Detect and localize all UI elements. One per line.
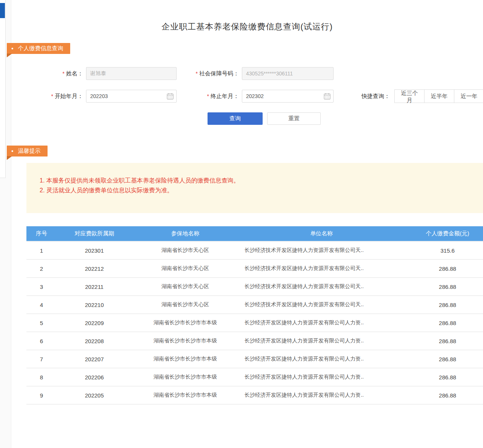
bullet-icon: • <box>11 46 14 52</box>
table-cell: 286.88 <box>405 296 483 314</box>
table-cell: 7 <box>26 350 57 368</box>
table-cell: 9 <box>26 386 57 404</box>
table-cell: 长沙经济开发区捷特人力资源开发有限公司人力资.. <box>238 368 405 386</box>
table-cell: 202206 <box>57 368 132 386</box>
table-cell: 286.88 <box>405 332 483 350</box>
table-cell: 315.6 <box>405 241 483 259</box>
required-marker: * <box>196 71 198 77</box>
notice-line: 1. 本服务仅提供尚未领取企业职工基本养老保险待遇人员的缴费信息查询。 <box>40 176 483 186</box>
table-cell: 1 <box>26 241 57 259</box>
table-row: 9202205湖南省长沙市长沙市市本级长沙经济开发区捷特人力资源开发有限公司人力… <box>26 386 483 404</box>
table-row: 3202211湖南省长沙市天心区长沙经济技术开发区捷特人力资源开发有限公司天..… <box>26 278 483 296</box>
column-header: 参保地名称 <box>132 226 238 241</box>
table-cell: 202211 <box>57 278 132 296</box>
ssn-field-group: *社会保障号码： <box>180 67 334 80</box>
table-cell: 5 <box>26 314 57 332</box>
table-cell: 长沙经济技术开发区捷特人力资源开发有限公司天.. <box>238 241 405 259</box>
name-field-group: *姓名： <box>42 67 177 80</box>
required-marker: * <box>207 93 209 99</box>
table-cell: 湖南省长沙市天心区 <box>132 278 238 296</box>
table-cell: 202212 <box>57 259 132 278</box>
page: 企业职工基本养老保险缴费信息查询(试运行) *姓名： *社会保障号码： *开始年… <box>0 0 483 448</box>
table-cell: 202301 <box>57 241 132 259</box>
table-cell: 286.88 <box>405 278 483 296</box>
quick-last-3-months-button[interactable]: 近三个月 <box>394 89 425 103</box>
table-cell: 湖南省长沙市长沙市市本级 <box>132 332 238 350</box>
table-cell: 长沙经济开发区捷特人力资源开发有限公司人力资.. <box>238 350 405 368</box>
section-badge-label: 个人缴费信息查询 <box>18 45 63 52</box>
table-body: 1202301湖南省长沙市天心区长沙经济技术开发区捷特人力资源开发有限公司天..… <box>26 241 483 404</box>
ssn-input[interactable] <box>242 67 334 80</box>
table-cell: 202207 <box>57 350 132 368</box>
table-cell: 长沙经济开发区捷特人力资源开发有限公司人力资.. <box>238 314 405 332</box>
table-cell: 202205 <box>57 386 132 404</box>
quick-last-year-button[interactable]: 近一年 <box>454 89 483 103</box>
required-marker: * <box>51 93 53 99</box>
table-header-row: 序号对应费款所属期参保地名称单位名称个人缴费金额(元) <box>26 226 483 241</box>
table-cell: 6 <box>26 332 57 350</box>
results-table: 序号对应费款所属期参保地名称单位名称个人缴费金额(元) 1202301湖南省长沙… <box>26 226 483 405</box>
end-month-field-group: *终止年月： <box>180 90 334 103</box>
results-table-container: 序号对应费款所属期参保地名称单位名称个人缴费金额(元) 1202301湖南省长沙… <box>26 226 483 405</box>
table-cell: 湖南省长沙市长沙市市本级 <box>132 386 238 404</box>
required-marker: * <box>63 71 65 77</box>
start-month-label: *开始年月： <box>42 93 83 100</box>
section-badge-label: 温馨提示 <box>18 147 41 155</box>
table-row: 4202210湖南省长沙市天心区长沙经济技术开发区捷特人力资源开发有限公司天..… <box>26 296 483 314</box>
table-cell: 286.88 <box>405 368 483 386</box>
table-cell: 湖南省长沙市天心区 <box>132 241 238 259</box>
table-cell: 286.88 <box>405 350 483 368</box>
column-header: 对应费款所属期 <box>57 226 132 241</box>
table-cell: 湖南省长沙市天心区 <box>132 296 238 314</box>
query-button[interactable]: 查询 <box>208 112 263 125</box>
table-cell: 湖南省长沙市天心区 <box>132 259 238 278</box>
name-input[interactable] <box>86 67 177 80</box>
column-header: 单位名称 <box>238 226 405 241</box>
start-month-input[interactable] <box>86 90 177 103</box>
quick-query-label: 快捷查询： <box>361 93 390 100</box>
table-cell: 202210 <box>57 296 132 314</box>
end-month-label: *终止年月： <box>180 93 239 100</box>
table-cell: 3 <box>26 278 57 296</box>
table-cell: 长沙经济技术开发区捷特人力资源开发有限公司天.. <box>238 296 405 314</box>
table-row: 1202301湖南省长沙市天心区长沙经济技术开发区捷特人力资源开发有限公司天..… <box>26 241 483 259</box>
name-label: *姓名： <box>42 70 83 77</box>
main-panel: 企业职工基本养老保险缴费信息查询(试运行) *姓名： *社会保障号码： *开始年… <box>11 0 483 448</box>
section-badge-tips: • 温馨提示 <box>7 146 48 156</box>
table-cell: 286.88 <box>405 259 483 278</box>
end-month-input[interactable] <box>242 90 334 103</box>
table-cell: 202208 <box>57 332 132 350</box>
table-cell: 286.88 <box>405 314 483 332</box>
table-cell: 4 <box>26 296 57 314</box>
table-row: 2202212湖南省长沙市天心区长沙经济技术开发区捷特人力资源开发有限公司天..… <box>26 259 483 278</box>
table-row: 5202209湖南省长沙市长沙市市本级长沙经济开发区捷特人力资源开发有限公司人力… <box>26 314 483 332</box>
table-cell: 湖南省长沙市长沙市市本级 <box>132 314 238 332</box>
table-row: 6202208湖南省长沙市长沙市市本级长沙经济开发区捷特人力资源开发有限公司人力… <box>26 332 483 350</box>
table-cell: 湖南省长沙市长沙市市本级 <box>132 368 238 386</box>
table-cell: 长沙经济技术开发区捷特人力资源开发有限公司天.. <box>238 278 405 296</box>
notice-line: 2. 灵活就业人员的缴费单位信息以实际缴费为准。 <box>40 186 483 195</box>
start-month-field-group: *开始年月： <box>42 90 177 103</box>
table-cell: 8 <box>26 368 57 386</box>
ssn-label: *社会保障号码： <box>180 70 239 77</box>
column-header: 序号 <box>26 226 57 241</box>
table-cell: 2 <box>26 259 57 278</box>
table-row: 8202206湖南省长沙市长沙市市本级长沙经济开发区捷特人力资源开发有限公司人力… <box>26 368 483 386</box>
bullet-icon: • <box>11 148 14 154</box>
reset-button[interactable]: 重置 <box>267 112 321 125</box>
column-header: 个人缴费金额(元) <box>405 226 483 241</box>
table-cell: 286.88 <box>405 386 483 404</box>
table-cell: 长沙经济开发区捷特人力资源开发有限公司人力资.. <box>238 386 405 404</box>
table-cell: 长沙经济技术开发区捷特人力资源开发有限公司天.. <box>238 259 405 278</box>
table-row: 7202207湖南省长沙市长沙市市本级长沙经济开发区捷特人力资源开发有限公司人力… <box>26 350 483 368</box>
sidebar-collapsed-tab[interactable] <box>0 3 5 18</box>
section-badge-personal-payment-query: • 个人缴费信息查询 <box>7 43 70 54</box>
table-cell: 湖南省长沙市长沙市市本级 <box>132 350 238 368</box>
page-title: 企业职工基本养老保险缴费信息查询(试运行) <box>11 21 483 32</box>
table-cell: 长沙经济开发区捷特人力资源开发有限公司人力资.. <box>238 332 405 350</box>
notice-box: 1. 本服务仅提供尚未领取企业职工基本养老保险待遇人员的缴费信息查询。 2. 灵… <box>26 163 483 213</box>
table-cell: 202209 <box>57 314 132 332</box>
quick-query-group: 快捷查询： 近三个月 近半年 近一年 <box>361 89 483 103</box>
left-sidebar <box>0 0 6 178</box>
quick-last-half-year-button[interactable]: 近半年 <box>424 89 454 103</box>
